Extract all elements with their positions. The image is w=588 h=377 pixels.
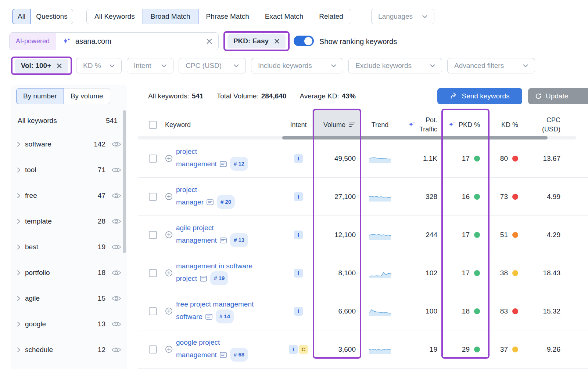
tab-questions[interactable]: Questions [31, 9, 73, 24]
keyword-group-software[interactable]: software 142 [11, 131, 127, 157]
keyword-group-agile[interactable]: agile 15 [11, 286, 127, 311]
row-checkbox[interactable] [149, 307, 157, 315]
clear-search-icon[interactable] [206, 38, 212, 44]
tab-exact-match[interactable]: Exact Match [257, 9, 312, 24]
select-all-checkbox[interactable] [149, 121, 157, 129]
kd-value: 73 [500, 193, 508, 201]
header-volume[interactable]: Volume [312, 110, 360, 139]
keyword-group-label: google [25, 320, 46, 328]
row-checkbox[interactable] [149, 155, 157, 163]
header-kd[interactable]: KD % [488, 110, 526, 139]
header-cpc[interactable]: CPC(USD) [526, 110, 568, 139]
add-keyword-icon[interactable] [165, 345, 173, 353]
keyword-link[interactable]: free project managementsoftware# 14 [176, 300, 254, 320]
filter-dropdown-cpc-usd[interactable]: CPC (USD) [179, 58, 246, 73]
eye-icon[interactable] [111, 320, 121, 328]
header-pot-traffic[interactable]: Pot.Traffic [400, 110, 441, 139]
eye-icon[interactable] [111, 243, 121, 251]
filter-dropdown-include-keywords[interactable]: Include keywords [251, 58, 343, 73]
keyword-group-label: portfolio [25, 269, 50, 277]
keyword-group-free[interactable]: free 47 [11, 183, 127, 209]
add-keyword-icon[interactable] [165, 155, 173, 162]
kd-value: 38 [500, 269, 508, 277]
keyword-link[interactable]: projectmanagement# 12 [176, 148, 248, 168]
trend-sparkline [369, 345, 391, 354]
languages-label: Languages [378, 12, 413, 21]
keyword-group-best[interactable]: best 19 [11, 234, 127, 260]
search-input[interactable] [75, 37, 202, 46]
keyword-group-label: agile [25, 294, 40, 302]
eye-icon[interactable] [111, 346, 121, 354]
remove-volume-filter-icon[interactable] [57, 63, 62, 69]
filter-dropdown-advanced-filters[interactable]: Advanced filters [447, 58, 535, 73]
match-tab-group: All KeywordsBroad MatchPhrase MatchExact… [86, 9, 351, 24]
table-header-row: Keyword Intent Volume Trend Pot.Traffic [138, 110, 588, 139]
row-checkbox[interactable] [149, 193, 157, 201]
add-keyword-icon[interactable] [165, 231, 173, 239]
eye-icon[interactable] [111, 295, 121, 302]
tab-by-number[interactable]: By number [16, 88, 64, 104]
eye-icon[interactable] [111, 269, 121, 276]
intent-badge-i: I [294, 192, 303, 201]
filter-dropdown-kd[interactable]: KD % [76, 58, 122, 73]
add-keyword-icon[interactable] [165, 269, 173, 277]
pkd-filter-chip[interactable]: PKD: Easy [227, 34, 286, 48]
eye-icon[interactable] [111, 166, 121, 174]
keyword-group-google[interactable]: google 13 [11, 311, 127, 337]
keyword-group-portfolio[interactable]: portfolio 18 [11, 260, 127, 286]
row-checkbox[interactable] [149, 231, 157, 239]
table-row: agile projectmanagement# 13 I 12,100 244… [138, 216, 588, 254]
eye-icon[interactable] [111, 218, 121, 225]
all-keywords-row[interactable]: All keywords 541 [11, 110, 127, 131]
keyword-link[interactable]: projectmanager# 20 [176, 186, 235, 206]
pkd-dot [474, 308, 480, 314]
languages-dropdown[interactable]: Languages [371, 9, 434, 24]
tab-broad-match[interactable]: Broad Match [143, 9, 198, 24]
keyword-link[interactable]: management in softwareproject# 19 [176, 262, 252, 282]
filter-dropdown-exclude-keywords[interactable]: Exclude keywords [348, 58, 442, 73]
row-checkbox[interactable] [149, 269, 157, 277]
volume-value: 3,600 [312, 330, 360, 368]
eye-icon[interactable] [111, 141, 121, 148]
add-keyword-icon[interactable] [165, 307, 173, 315]
tab-related[interactable]: Related [311, 9, 351, 24]
cpc-value: 18.43 [526, 254, 568, 292]
show-ranking-keywords-toggle[interactable] [294, 36, 314, 46]
keywords-table: Keyword Intent Volume Trend Pot.Traffic [138, 110, 588, 369]
tab-by-volume[interactable]: By volume [64, 88, 110, 104]
volume-filter-chip[interactable]: Vol: 100+ [15, 59, 68, 73]
chevron-right-icon [17, 321, 21, 327]
ai-sparkle-icon [62, 37, 71, 46]
tab-all[interactable]: All [12, 9, 31, 24]
horizontal-scrollbar[interactable] [282, 136, 548, 139]
add-keyword-icon[interactable] [165, 193, 173, 200]
tab-all-keywords[interactable]: All Keywords [86, 9, 143, 24]
sidebar-scrollbar[interactable] [123, 110, 126, 253]
pkd-value: 29 [462, 345, 470, 354]
keyword-group-schedule[interactable]: schedule 12 [11, 337, 127, 363]
keyword-link[interactable]: google projectmanagement# 68 [176, 338, 248, 359]
trend-sparkline [369, 230, 391, 240]
header-pkd[interactable]: PKD % [441, 110, 488, 139]
remove-pkd-filter-icon[interactable] [274, 39, 280, 44]
keyword-link[interactable]: agile projectmanagement# 13 [176, 224, 248, 244]
filter-dropdown-intent[interactable]: Intent [127, 58, 173, 73]
eye-icon[interactable] [111, 192, 121, 199]
keyword-group-label: best [25, 243, 38, 251]
chevron-right-icon [17, 141, 21, 147]
header-trend[interactable]: Trend [360, 110, 400, 139]
tab-phrase-match[interactable]: Phrase Match [198, 9, 257, 24]
chevron-down-icon [422, 15, 427, 18]
sidebar-sort-tabs: By numberBy volume [16, 88, 127, 104]
send-keywords-button[interactable]: Send keywords [437, 88, 522, 104]
keyword-group-label: tool [25, 166, 36, 174]
update-button[interactable]: Update [528, 88, 588, 104]
keyword-group-template[interactable]: template 28 [11, 209, 127, 234]
table-body: projectmanagement# 12 I 49,500 1.1K 17 8… [138, 139, 588, 369]
pkd-value: 18 [462, 307, 470, 315]
keyword-group-tool[interactable]: tool 71 [11, 157, 127, 183]
header-intent[interactable]: Intent [284, 110, 312, 139]
kd-dot [512, 194, 518, 200]
row-checkbox[interactable] [149, 345, 157, 354]
header-keyword[interactable]: Keyword [165, 110, 284, 139]
